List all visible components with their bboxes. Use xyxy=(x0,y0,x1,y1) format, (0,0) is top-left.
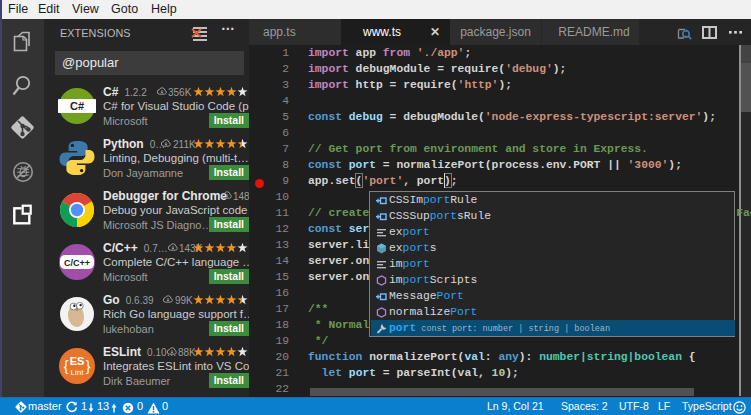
svg-text:C/C++: C/C++ xyxy=(64,258,90,268)
svg-text:{: { xyxy=(64,358,69,374)
svg-text:Lint: Lint xyxy=(71,368,85,377)
svg-text:C#: C# xyxy=(70,100,84,112)
svg-text:ES: ES xyxy=(70,355,85,367)
svg-text:}: } xyxy=(86,358,91,374)
